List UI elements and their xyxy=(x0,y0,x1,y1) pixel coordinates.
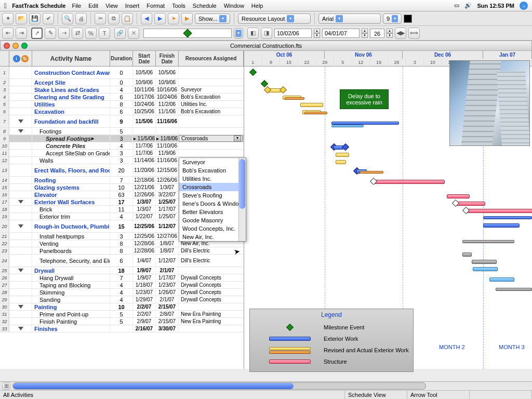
finish-date-cell[interactable]: 1/23/07 xyxy=(156,282,179,288)
activity-name[interactable]: Venting xyxy=(32,240,110,247)
table-row[interactable]: 33Finishes2/16/073/30/07 xyxy=(0,325,244,332)
new-button[interactable]: ✦ xyxy=(2,13,14,24)
col-duration[interactable]: Duration xyxy=(110,51,133,66)
menu-help[interactable]: Help xyxy=(251,3,263,9)
resources-dropdown-button[interactable]: ▼ xyxy=(234,136,241,142)
font-dropdown[interactable]: Arial▼ xyxy=(318,14,381,24)
dropdown-scrollbar[interactable] xyxy=(238,158,246,241)
text-tool[interactable]: T xyxy=(99,28,110,39)
finish-date-cell[interactable]: 11/16/06 xyxy=(156,157,179,164)
timescale-button-2[interactable]: ◨ xyxy=(261,28,272,39)
activity-name[interactable]: Construction Contract Award xyxy=(32,66,110,78)
duration-cell[interactable]: 5 xyxy=(110,318,133,325)
summary-bar[interactable] xyxy=(462,240,514,243)
gantt-bar[interactable] xyxy=(285,97,304,100)
app-name[interactable]: FastTrack Schedule xyxy=(12,3,65,9)
date-end-field[interactable]: 04/01/07 xyxy=(322,29,360,38)
battery-icon[interactable]: ▭ xyxy=(454,2,459,9)
disclosure-cell[interactable] xyxy=(9,220,32,232)
finish-date-cell[interactable]: 10/16/06 xyxy=(156,86,179,93)
duration-cell[interactable]: 4 xyxy=(110,86,133,93)
spotlight-icon[interactable]: ⌕ xyxy=(520,2,528,10)
col-finish-date[interactable]: Finish Date xyxy=(156,51,179,66)
finish-date-cell[interactable]: 2/15/07 xyxy=(156,303,179,310)
table-row[interactable]: 23Panelboards812/28/061/8/07Dill's Elect… xyxy=(0,247,244,255)
menu-insert[interactable]: Insert xyxy=(125,3,140,9)
finish-date-cell[interactable]: 3/30/07 xyxy=(156,325,179,332)
split-view-icon[interactable]: ⊞ xyxy=(2,382,10,390)
start-date-cell[interactable]: 1/29/07 xyxy=(133,296,156,303)
duration-cell[interactable]: 3 xyxy=(110,157,133,164)
activity-name[interactable]: Brick xyxy=(32,206,110,212)
open-button[interactable]: 📂 xyxy=(16,13,27,24)
resources-cell[interactable]: Surveyor xyxy=(179,86,244,93)
menu-format[interactable]: Format xyxy=(147,3,165,9)
summary-bar[interactable] xyxy=(483,216,532,219)
duration-cell[interactable]: 6 xyxy=(110,108,133,115)
finish-date-cell[interactable]: 11/9/06 xyxy=(156,150,179,156)
activity-name[interactable]: Rough-in Ductwork, Plumbing, and Electri… xyxy=(32,220,110,232)
gantt-bar[interactable] xyxy=(489,277,514,282)
finish-date-cell[interactable]: 1/25/07 xyxy=(156,213,179,220)
duration-cell[interactable]: 4 xyxy=(110,213,133,220)
duration-cell[interactable]: 10 xyxy=(110,184,133,191)
duration-cell[interactable]: 10 xyxy=(110,303,133,310)
gantt-bar[interactable] xyxy=(483,223,520,228)
duration-cell[interactable]: 7 xyxy=(110,177,133,183)
col-activity-name[interactable]: Activity Name xyxy=(32,51,110,66)
resources-cell[interactable]: New Era Painting xyxy=(179,318,244,325)
activity-name[interactable]: Foundation and backfill xyxy=(32,115,110,127)
duration-cell[interactable]: 8 xyxy=(110,101,133,108)
summary-bar[interactable] xyxy=(496,288,532,291)
start-date-cell[interactable]: 11/5/06 xyxy=(133,115,156,127)
finish-date-cell[interactable]: 12/27/06 xyxy=(156,233,179,240)
finish-date-cell[interactable]: 2/15/07 xyxy=(156,318,179,325)
date-start-field[interactable]: 10/02/06 xyxy=(274,29,312,38)
table-row[interactable]: 4Clearing and Site Grading610/17/0610/24… xyxy=(0,94,244,101)
gantt-bar[interactable] xyxy=(472,260,497,264)
activity-name[interactable]: Panelboards xyxy=(32,247,110,254)
table-row[interactable]: 9Spread Footings ▸3▸ 11/5/06▸ 11/8/06Cro… xyxy=(0,135,244,142)
gantt-bar[interactable] xyxy=(447,194,470,198)
table-row[interactable]: 7Foundation and backfill911/5/0611/16/06 xyxy=(0,115,244,128)
resources-cell[interactable]: New Era Painting xyxy=(179,311,244,317)
activity-name[interactable]: Drywall xyxy=(32,267,110,274)
activity-name[interactable]: Accept Site xyxy=(32,79,110,86)
gantt-bar[interactable] xyxy=(360,171,383,174)
activity-name[interactable]: Finish Painting xyxy=(32,318,110,325)
duration-cell[interactable]: 3 xyxy=(110,150,133,156)
window-close-button[interactable] xyxy=(4,43,10,49)
scrollbar-thumb[interactable] xyxy=(239,159,245,209)
start-date-cell[interactable]: 1/4/07 xyxy=(133,255,156,267)
col-resources[interactable]: Resources Assigned xyxy=(179,51,244,66)
activity-name[interactable]: Utilities xyxy=(32,101,110,108)
duration-cell[interactable]: 8 xyxy=(110,247,133,254)
resources-cell[interactable] xyxy=(179,115,244,127)
finish-date-cell[interactable]: 12/15/06 xyxy=(156,164,179,176)
activity-name[interactable]: Exterior trim xyxy=(32,213,110,220)
finish-date-cell[interactable]: 2/8/07 xyxy=(156,311,179,317)
start-date-cell[interactable]: 12/28/06 xyxy=(133,240,156,247)
finish-date-cell[interactable] xyxy=(156,128,179,135)
start-date-cell[interactable]: 11/20/06 xyxy=(133,164,156,176)
resources-cell[interactable]: Drywall Concepts xyxy=(179,274,244,281)
resources-cell[interactable]: Bob's Excavation xyxy=(179,94,244,100)
resources-cell[interactable]: Drywall Concepts xyxy=(179,296,244,303)
finish-date-cell[interactable]: ▸ 11/8/06 xyxy=(156,135,179,142)
finish-date-cell[interactable]: 1/3/07 xyxy=(156,184,179,191)
dropdown-option[interactable]: Surveyor xyxy=(179,158,246,166)
finish-date-cell[interactable]: 2/1/07 xyxy=(156,267,179,274)
activity-name[interactable]: Clearing and Site Grading xyxy=(32,94,110,100)
duration-cell[interactable]: 4 xyxy=(110,282,133,288)
activity-name[interactable]: Prime and Point-up xyxy=(32,311,110,317)
resources-cell[interactable]: Dill's Electric xyxy=(179,255,244,267)
duration-cell[interactable]: 3 xyxy=(110,135,133,142)
legend-panel[interactable]: Legend Milestone Event Exterior Work Rev… xyxy=(249,309,414,372)
activity-name[interactable]: Glazing systems xyxy=(32,184,110,191)
duration-cell[interactable]: 20 xyxy=(110,164,133,176)
start-date-cell[interactable]: 2/9/07 xyxy=(133,318,156,325)
clock[interactable]: Sun 12:53 PM xyxy=(477,3,514,9)
col-start-date[interactable]: Start Date xyxy=(133,51,156,66)
gantt-bar[interactable] xyxy=(331,125,364,127)
gantt-bar[interactable] xyxy=(300,103,323,107)
